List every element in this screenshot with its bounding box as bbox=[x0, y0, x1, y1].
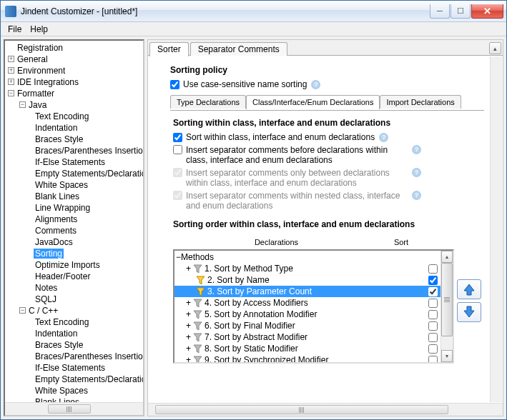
order-vscroll[interactable]: ▴ ▾ bbox=[440, 251, 453, 362]
move-down-button[interactable] bbox=[457, 302, 481, 322]
tree-c-braces-style: Braces Style bbox=[34, 340, 84, 350]
sort-check[interactable] bbox=[428, 344, 438, 354]
section-sorting-policy: Sorting policy bbox=[170, 65, 484, 75]
order-item: 3. Sort by Parameter Count bbox=[207, 286, 312, 296]
expand-icon[interactable]: + bbox=[186, 321, 191, 331]
collapse-icon[interactable]: − bbox=[8, 90, 14, 96]
funnel-icon bbox=[196, 276, 205, 285]
window: Jindent Customizer - [untitled*] ─ ☐ ✕ F… bbox=[0, 0, 507, 420]
tree-blank-lines: Blank Lines bbox=[34, 191, 81, 201]
expand-icon[interactable]: + bbox=[8, 67, 14, 74]
nav-tree[interactable]: Registration +General +Environment +IDE … bbox=[5, 41, 143, 402]
tree-c-if-else: If-Else Statements bbox=[34, 363, 107, 373]
expand-icon[interactable]: + bbox=[186, 332, 191, 342]
tree-header-footer: Header/Footer bbox=[34, 271, 92, 281]
tab-sorter[interactable]: Sorter bbox=[149, 42, 189, 56]
collapse-icon[interactable]: − bbox=[19, 101, 26, 108]
maximize-button[interactable]: ☐ bbox=[451, 4, 471, 19]
expand-icon[interactable]: + bbox=[186, 298, 191, 308]
sort-check[interactable] bbox=[428, 333, 438, 342]
help-icon[interactable]: ? bbox=[311, 80, 320, 89]
tab-import-decl[interactable]: Import Declarations bbox=[380, 95, 461, 109]
tab-type-decl[interactable]: Type Declarations bbox=[170, 95, 246, 109]
order-item: 9. Sort by Synchronized Modifier bbox=[205, 355, 328, 362]
window-title: Jindent Customizer - [untitled*] bbox=[21, 6, 429, 16]
help-icon[interactable]: ? bbox=[412, 168, 421, 177]
funnel-icon bbox=[193, 321, 202, 331]
tab-cie-decl[interactable]: Class/Interface/Enum Declarations bbox=[246, 95, 380, 109]
content-hscroll[interactable] bbox=[148, 403, 503, 416]
tree-hscroll[interactable] bbox=[5, 402, 143, 415]
main-tabs: Sorter Separator Comments ▴ bbox=[148, 40, 503, 56]
tree-if-else: If-Else Statements bbox=[34, 157, 107, 167]
expand-icon[interactable]: + bbox=[186, 355, 191, 362]
order-table[interactable]: − Methods + 1. Sort by Method Type bbox=[173, 249, 454, 364]
tree-optimize-imports: Optimize Imports bbox=[34, 260, 102, 270]
chk-insert-sep-before[interactable] bbox=[173, 145, 182, 154]
tree-braces-paren: Braces/Parentheses Insertion bbox=[34, 146, 143, 156]
tree-general: General bbox=[16, 54, 49, 64]
nav-tree-panel: Registration +General +Environment +IDE … bbox=[4, 39, 144, 416]
expand-icon[interactable]: + bbox=[186, 264, 191, 274]
chk-sort-within[interactable] bbox=[173, 133, 182, 142]
tree-c-braces-paren: Braces/Parentheses Insertion bbox=[34, 351, 143, 361]
tree-alignments: Alignments bbox=[34, 214, 79, 224]
scroll-up-button[interactable]: ▴ bbox=[489, 42, 501, 54]
order-item: 1. Sort by Method Type bbox=[205, 264, 293, 274]
tree-c-white-spaces: White Spaces bbox=[34, 386, 89, 396]
close-button[interactable]: ✕ bbox=[471, 4, 503, 19]
sort-check[interactable] bbox=[428, 356, 438, 363]
order-item: 4. Sort by Access Modifiers bbox=[205, 298, 308, 308]
lbl-sort-within: Sort within class, interface and enum de… bbox=[186, 132, 375, 142]
expand-icon[interactable]: + bbox=[8, 79, 14, 85]
tab-separator-comments[interactable]: Separator Comments bbox=[190, 42, 287, 56]
move-up-button[interactable] bbox=[457, 279, 481, 299]
lbl-insert-sep-nested: Insert separator comments within nested … bbox=[186, 191, 408, 211]
sort-check[interactable] bbox=[428, 310, 438, 319]
group-methods: Methods bbox=[181, 252, 214, 262]
reorder-buttons bbox=[457, 279, 481, 322]
sort-check[interactable] bbox=[428, 321, 438, 331]
client-area: Registration +General +Environment +IDE … bbox=[1, 36, 506, 419]
funnel-icon bbox=[193, 356, 202, 363]
tree-javadocs: JavaDocs bbox=[34, 237, 74, 247]
section-sorting-order: Sorting order within class, interface an… bbox=[173, 219, 481, 229]
app-icon bbox=[5, 6, 16, 17]
menu-help[interactable]: Help bbox=[26, 24, 52, 34]
tree-sqlj: SQLJ bbox=[34, 294, 58, 304]
help-icon[interactable]: ? bbox=[412, 191, 421, 200]
funnel-icon bbox=[193, 333, 202, 342]
order-item: 7. Sort by Abstract Modifier bbox=[205, 332, 307, 342]
funnel-icon bbox=[193, 264, 202, 274]
chk-case-sensitive[interactable] bbox=[170, 80, 179, 89]
sort-check[interactable] bbox=[428, 276, 438, 285]
collapse-icon[interactable]: − bbox=[176, 252, 181, 262]
expand-icon[interactable]: + bbox=[8, 56, 14, 62]
hdr-declarations: Declarations bbox=[173, 238, 380, 246]
tree-c-empty-stmt: Empty Statements/Declarations bbox=[34, 374, 143, 384]
order-item: 6. Sort by Final Modifier bbox=[205, 321, 295, 331]
tree-notes: Notes bbox=[34, 283, 59, 293]
sort-check[interactable] bbox=[428, 299, 438, 308]
expand-icon[interactable]: + bbox=[186, 309, 191, 319]
order-item: 5. Sort by Annotation Modifier bbox=[205, 309, 317, 319]
help-icon[interactable]: ? bbox=[412, 145, 421, 154]
help-icon[interactable]: ? bbox=[379, 133, 388, 142]
expand-icon[interactable]: + bbox=[186, 344, 191, 354]
funnel-icon bbox=[193, 299, 202, 308]
collapse-icon[interactable]: − bbox=[19, 307, 26, 314]
menu-file[interactable]: File bbox=[4, 24, 26, 34]
window-buttons: ─ ☐ ✕ bbox=[429, 4, 503, 19]
content-vscroll[interactable] bbox=[490, 56, 502, 402]
tree-comments: Comments bbox=[34, 226, 78, 236]
tree-empty-stmt: Empty Statements/Declarations bbox=[34, 169, 143, 179]
tree-white-spaces: White Spaces bbox=[34, 180, 89, 190]
chk-insert-sep-nested bbox=[173, 191, 182, 200]
sort-check[interactable] bbox=[428, 264, 438, 274]
minimize-button[interactable]: ─ bbox=[430, 4, 450, 19]
titlebar: Jindent Customizer - [untitled*] ─ ☐ ✕ bbox=[1, 1, 506, 22]
tree-java: Java bbox=[27, 100, 48, 110]
sort-check[interactable] bbox=[428, 287, 438, 296]
tree-ccpp: C / C++ bbox=[27, 306, 59, 316]
sub-tabs: Type Declarations Class/Interface/Enum D… bbox=[170, 95, 484, 111]
